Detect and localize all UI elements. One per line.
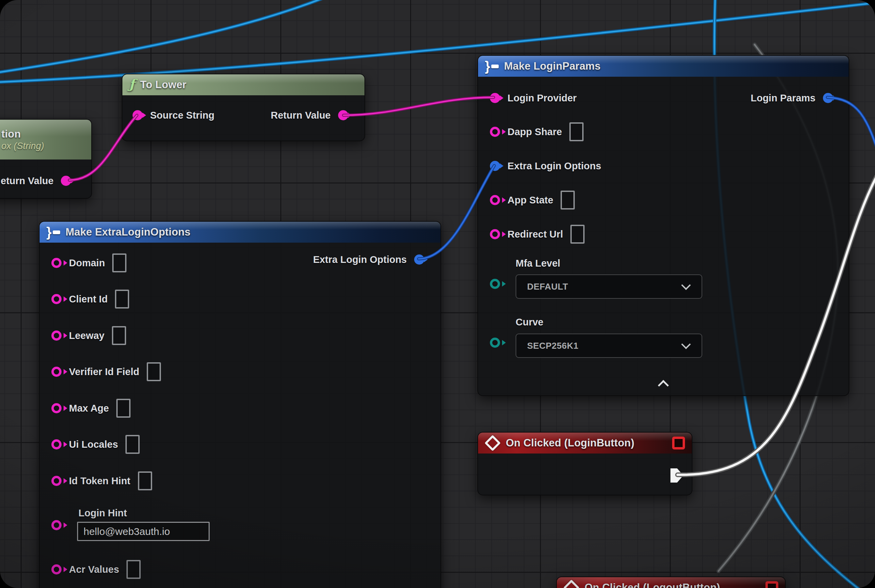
- input-pin-app-state[interactable]: [490, 195, 500, 205]
- node-on-clicked-login-button[interactable]: On Clicked (LoginButton): [477, 432, 692, 495]
- node-make-login-params-header[interactable]: } Make LoginParams: [478, 56, 849, 77]
- collapse-node-chevron-icon[interactable]: [658, 380, 669, 391]
- input-pin-leeway[interactable]: [51, 330, 62, 340]
- pin-label-redirect-url: Redirect Url: [508, 229, 563, 240]
- pin-label-client-id: Client Id: [69, 294, 108, 305]
- function-icon: ƒ: [129, 78, 135, 91]
- default-value-box-domain[interactable]: [112, 254, 126, 272]
- pin-label-login-provider: Login Provider: [508, 93, 577, 104]
- pin-label-login-hint: Login Hint: [78, 508, 127, 519]
- delegate-pin[interactable]: [765, 581, 778, 588]
- pin-label-curve: Curve: [516, 316, 543, 328]
- login-hint-input[interactable]: [77, 522, 210, 541]
- input-pin-client-id[interactable]: [51, 294, 62, 304]
- default-value-box-verifier-id-field[interactable]: [147, 362, 161, 381]
- input-pin-extra-login-options[interactable]: [490, 161, 500, 171]
- node-to-lower[interactable]: ƒ To Lower Source String Return Value: [122, 74, 365, 141]
- input-pin-ui-locales[interactable]: [51, 439, 62, 450]
- chevron-down-icon: [681, 340, 691, 349]
- node-partial-function[interactable]: tion ox (String) eturn Value: [0, 119, 92, 199]
- pin-label-acr-values: Acr Values: [69, 564, 119, 575]
- pin-label-mfa-level: Mfa Level: [516, 258, 560, 269]
- node-subtitle: ox (String): [2, 141, 44, 152]
- input-pin-acr-values[interactable]: [51, 564, 62, 574]
- input-pin-max-age[interactable]: [51, 403, 62, 413]
- pin-label-max-age: Max Age: [69, 403, 109, 414]
- pin-label-return-value: Return Value: [271, 110, 331, 121]
- blueprint-graph-canvas[interactable]: tion ox (String) eturn Value ƒ To Lower …: [0, 0, 875, 588]
- make-struct-icon: }: [46, 225, 60, 239]
- default-value-box-id-token-hint[interactable]: [138, 471, 152, 490]
- mfa-level-value: DEFAULT: [527, 282, 568, 292]
- input-pin-source-string[interactable]: [132, 110, 143, 120]
- node-title: Make ExtraLoginOptions: [66, 226, 191, 238]
- default-value-box-app-state[interactable]: [561, 190, 575, 210]
- node-on-clicked-logout-button-header[interactable]: On Clicked (LogoutButton): [557, 577, 785, 588]
- default-value-box-redirect-url[interactable]: [570, 225, 585, 244]
- chevron-down-icon: [681, 280, 691, 290]
- input-pin-verifier-id-field[interactable]: [51, 367, 62, 377]
- output-pin-return-value[interactable]: [338, 110, 348, 120]
- output-pin-login-params[interactable]: [823, 93, 833, 103]
- node-on-clicked-login-button-header[interactable]: On Clicked (LoginButton): [478, 432, 692, 453]
- event-diamond-icon: [484, 435, 501, 451]
- node-make-extra-login-options-header[interactable]: } Make ExtraLoginOptions: [39, 222, 441, 243]
- output-pin-extra-login-options[interactable]: [414, 255, 424, 265]
- input-pin-id-token-hint[interactable]: [51, 476, 62, 486]
- input-pin-redirect-url[interactable]: [490, 229, 500, 239]
- node-make-extra-login-options[interactable]: } Make ExtraLoginOptions Domain Client I…: [39, 221, 441, 588]
- pin-label-return-value: eturn Value: [1, 176, 53, 186]
- default-value-box-client-id[interactable]: [115, 290, 129, 309]
- default-value-box-dapp-share[interactable]: [569, 122, 583, 141]
- event-diamond-icon: [563, 579, 579, 588]
- node-partial-function-header[interactable]: tion ox (String): [0, 120, 91, 159]
- pin-label-ui-locales: Ui Locales: [69, 439, 118, 450]
- pin-label-leeway: Leeway: [69, 330, 104, 341]
- pin-label-id-token-hint: Id Token Hint: [69, 476, 131, 487]
- input-pin-dapp-share[interactable]: [490, 127, 500, 137]
- make-struct-icon: }: [485, 60, 499, 73]
- exec-output-pin[interactable]: [671, 468, 683, 483]
- node-title: On Clicked (LoginButton): [506, 437, 634, 449]
- node-title: On Clicked (LogoutButton): [585, 582, 720, 588]
- default-value-box-ui-locales[interactable]: [125, 435, 140, 454]
- pin-label-dapp-share: Dapp Share: [508, 126, 562, 138]
- input-pin-mfa-level[interactable]: [490, 279, 500, 289]
- input-pin-curve[interactable]: [490, 338, 500, 348]
- node-title: tion: [2, 128, 21, 140]
- default-value-box-leeway[interactable]: [112, 326, 126, 345]
- delegate-pin[interactable]: [672, 436, 685, 450]
- default-value-box-acr-values[interactable]: [126, 560, 141, 579]
- input-pin-login-hint[interactable]: [51, 520, 62, 530]
- wire-to-lower-to-login-provider[interactable]: [343, 98, 494, 115]
- curve-dropdown[interactable]: SECP256K1: [516, 333, 702, 358]
- node-title: Make LoginParams: [504, 60, 601, 72]
- node-on-clicked-logout-button[interactable]: On Clicked (LogoutButton): [556, 576, 786, 588]
- wire-cyan-steep[interactable]: [0, 0, 341, 74]
- pin-label-verifier-id-field: Verifier Id Field: [69, 366, 139, 378]
- node-to-lower-header[interactable]: ƒ To Lower: [122, 74, 364, 95]
- node-title: To Lower: [140, 79, 186, 91]
- input-pin-login-provider[interactable]: [490, 93, 500, 103]
- pin-label-extra-login-options-out: Extra Login Options: [313, 254, 407, 265]
- pin-label-login-params-out: Login Params: [750, 93, 815, 104]
- output-pin-return-value[interactable]: [61, 176, 71, 186]
- input-pin-domain[interactable]: [51, 258, 62, 268]
- pin-label-source-string: Source String: [150, 110, 214, 121]
- pin-label-domain: Domain: [69, 258, 105, 268]
- default-value-box-max-age[interactable]: [116, 399, 131, 418]
- curve-value: SECP256K1: [527, 340, 579, 351]
- node-make-login-params[interactable]: } Make LoginParams Login Provider Dapp S…: [477, 55, 849, 396]
- pin-label-app-state: App State: [508, 195, 553, 206]
- mfa-level-dropdown[interactable]: DEFAULT: [516, 274, 702, 299]
- pin-label-extra-login-options: Extra Login Options: [508, 160, 601, 172]
